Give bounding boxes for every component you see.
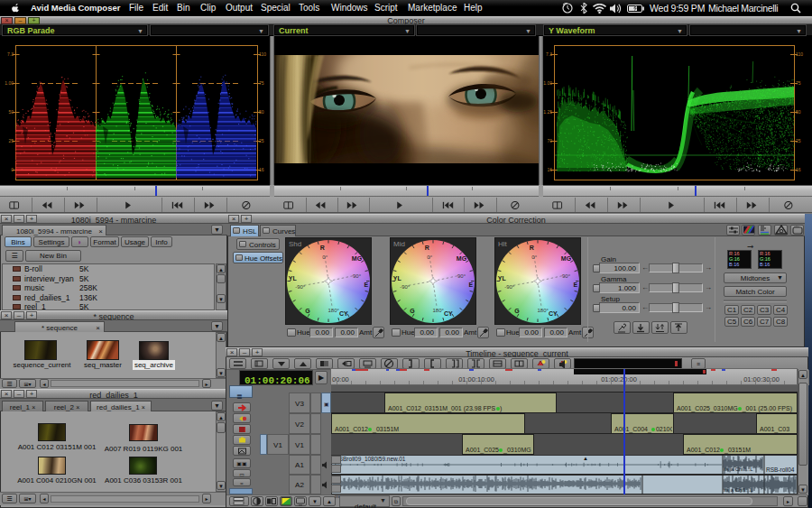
svg-text:MG: MG: [457, 255, 467, 262]
svg-text:7.3: 7.3: [546, 51, 552, 57]
svg-text:180°: 180°: [537, 308, 549, 313]
svg-text:110: 110: [259, 51, 266, 57]
svg-text:G: G: [514, 308, 520, 314]
svg-text:25: 25: [259, 138, 264, 143]
svg-text:YL: YL: [498, 275, 507, 282]
svg-text:1.25: 1.25: [543, 109, 552, 115]
svg-text:YL: YL: [393, 275, 402, 282]
svg-text:25: 25: [8, 138, 14, 143]
svg-text:YL: YL: [289, 275, 298, 282]
svg-text:180°: 180°: [432, 308, 444, 313]
svg-text:50: 50: [796, 109, 801, 115]
svg-text:110: 110: [796, 51, 803, 57]
svg-text:-90°: -90°: [295, 284, 306, 290]
svg-text:75: 75: [259, 80, 264, 86]
svg-text:7.3: 7.3: [7, 51, 14, 57]
svg-text:0°: 0°: [322, 254, 328, 260]
svg-text:180°: 180°: [328, 308, 339, 313]
svg-text:CY: CY: [549, 310, 558, 317]
svg-text:CY: CY: [444, 310, 453, 317]
svg-text:1.00: 1.00: [543, 80, 552, 86]
svg-text:-90°: -90°: [504, 284, 515, 290]
svg-text:CY: CY: [339, 310, 348, 317]
svg-text:G: G: [305, 308, 310, 314]
svg-text:75: 75: [796, 80, 801, 86]
svg-text:90°: 90°: [457, 273, 466, 279]
svg-text:E: E: [573, 282, 577, 288]
svg-text:16: 16: [259, 167, 264, 172]
svg-text:G: G: [410, 308, 415, 314]
svg-text:1.00: 1.00: [5, 80, 14, 86]
svg-text:90°: 90°: [353, 273, 362, 279]
svg-text:0: 0: [11, 167, 14, 172]
svg-text:0°: 0°: [427, 254, 432, 260]
svg-text:0°: 0°: [531, 254, 537, 260]
svg-text:50: 50: [8, 109, 14, 115]
svg-text:16: 16: [796, 167, 801, 172]
svg-text:MG: MG: [352, 255, 363, 262]
svg-text:-90°: -90°: [400, 284, 411, 290]
svg-text:70: 70: [547, 138, 552, 143]
svg-text:50: 50: [259, 109, 264, 115]
svg-text:E: E: [364, 282, 368, 288]
svg-text:90°: 90°: [562, 273, 571, 279]
svg-text:16: 16: [547, 167, 552, 172]
svg-text:E: E: [468, 282, 473, 288]
svg-text:R: R: [530, 245, 534, 251]
svg-text:MG: MG: [561, 255, 572, 262]
svg-text:R: R: [425, 245, 429, 251]
svg-text:R: R: [320, 245, 325, 251]
svg-text:25: 25: [796, 138, 801, 143]
